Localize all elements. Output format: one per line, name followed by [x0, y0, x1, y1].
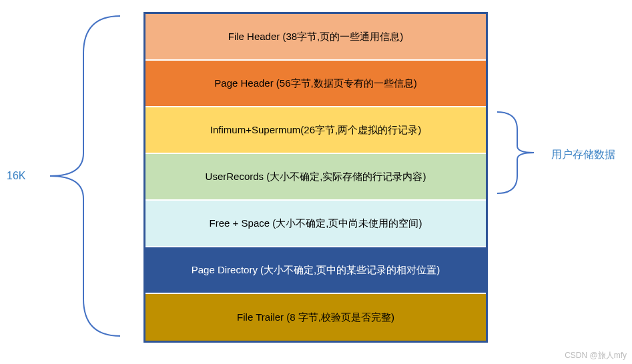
row-label: UserRecords (大小不确定,实际存储的行记录内容) [206, 171, 426, 183]
row-page-directory: Page Directory (大小不确定,页中的某些记录的相对位置) [145, 247, 486, 294]
row-file-header: File Header (38字节,页的一些通用信息) [145, 14, 486, 61]
watermark: CSDN @旅人mfy [565, 350, 627, 361]
page-structure-table: File Header (38字节,页的一些通用信息) Page Header … [143, 12, 488, 343]
row-label: File Header (38字节,页的一些通用信息) [228, 31, 404, 43]
left-size-label: 16K [7, 170, 25, 182]
row-label: Page Header (56字节,数据页专有的一些信息) [214, 77, 416, 90]
row-free-space: Free + Space (大小不确定,页中尚未使用的空间) [145, 201, 486, 247]
row-page-header: Page Header (56字节,数据页专有的一些信息) [145, 61, 486, 107]
right-brace-icon [494, 109, 541, 196]
row-label: File Trailer (8 字节,校验页是否完整) [237, 311, 394, 324]
row-label: Infimum+Supermum(26字节,两个虚拟的行记录) [210, 124, 421, 137]
row-file-trailer: File Trailer (8 字节,校验页是否完整) [145, 294, 486, 341]
left-brace-icon [37, 13, 123, 339]
row-infimum-supremum: Infimum+Supermum(26字节,两个虚拟的行记录) [145, 107, 486, 154]
row-label: Free + Space (大小不确定,页中尚未使用的空间) [210, 217, 422, 230]
right-data-label: 用户存储数据 [551, 148, 615, 162]
row-user-records: UserRecords (大小不确定,实际存储的行记录内容) [145, 154, 486, 201]
row-label: Page Directory (大小不确定,页中的某些记录的相对位置) [192, 264, 440, 277]
